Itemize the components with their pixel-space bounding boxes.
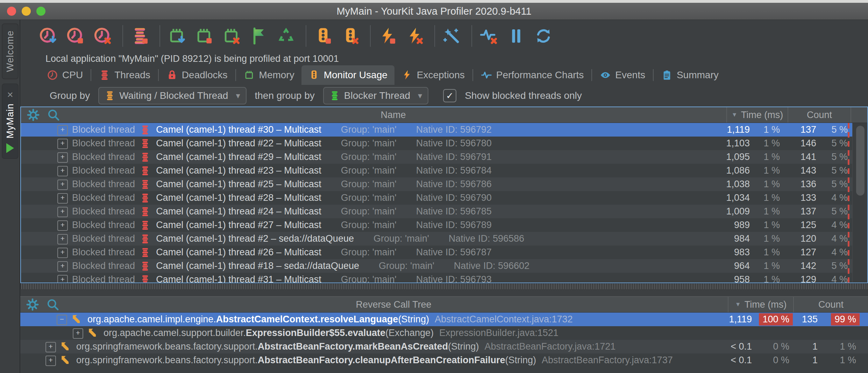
group-by-dropdown[interactable]: Waiting / Blocked Thread ▾ [98,87,246,104]
time-header-label: Time (ms) [741,110,783,120]
blocked-thread-icon [140,152,150,163]
scrollbar-thumb[interactable] [856,126,865,196]
table-row[interactable]: + Blocked thread Camel (camel-1) thread … [21,137,867,150]
count-column-header[interactable]: Count [788,107,851,123]
call-tree-row[interactable]: + org.springframework.beans.factory.supp… [20,340,868,353]
count-value: 141 [781,150,816,164]
table-row[interactable]: + Blocked thread Camel (camel-1) thread … [21,191,867,205]
pause-button[interactable] [506,26,526,46]
expand-icon[interactable]: − [57,315,67,325]
monitor-clear-button[interactable] [341,26,360,46]
flag-button[interactable] [249,26,269,46]
exceptions-clear-button[interactable] [405,26,425,46]
tab-performance-charts[interactable]: Performance Charts [474,65,591,85]
tab-threads[interactable]: Threads [92,65,157,85]
table-row[interactable]: + Blocked thread Camel (camel-1) thread … [21,123,867,137]
call-tree-row[interactable]: − org.apache.camel.impl.engine.AbstractC… [20,313,868,326]
name-column-header[interactable]: Name [60,107,726,123]
expand-icon[interactable]: + [57,152,68,163]
clock-clear-icon [93,27,112,45]
expand-icon[interactable]: + [57,139,68,149]
tab-exceptions[interactable]: Exceptions [394,65,472,85]
cpu-clear-button[interactable] [93,26,113,46]
exceptions-stop-button[interactable] [378,26,397,46]
call-tree-row[interactable]: + org.springframework.beans.factory.supp… [20,353,868,367]
row-kind-label: Blocked thread [72,192,135,203]
tab-label: Threads [114,70,150,81]
blocked-thread-icon [140,138,150,149]
table-row[interactable]: + Blocked thread Camel (camel-1) thread … [21,218,867,232]
time-column-header[interactable]: ▼ Time (ms) [728,297,793,312]
vertical-scrollbar[interactable] [852,123,867,283]
cpu-stop-button[interactable] [66,26,85,46]
table-row[interactable]: + Blocked thread Camel (camel-1) thread … [21,150,867,164]
thread-group: Group: 'main' [341,206,397,217]
source-location: ExpressionBuilder.java:1521 [439,328,558,338]
thread-group: Group: 'main' [341,274,397,283]
table-row[interactable]: + Blocked thread Camel (camel-1) thread … [21,273,867,283]
refresh-button[interactable] [534,26,553,46]
expand-icon[interactable]: + [57,275,68,283]
horizontal-scrollbar[interactable] [20,283,868,289]
gear-icon[interactable] [27,108,40,122]
expand-icon[interactable]: + [45,342,56,352]
inspections-button[interactable] [442,26,462,46]
tab-cpu[interactable]: CPU [40,65,90,85]
search-icon[interactable] [47,108,60,122]
table-row[interactable]: + Blocked thread Camel (camel-1) thread … [21,259,867,273]
memory-stop-icon [195,27,214,45]
count-percent: 5 % [818,137,848,150]
tab-memory[interactable]: Memory [237,65,301,85]
class-method-name: ExpressionBuilder$55.evaluate [246,328,385,338]
expand-icon[interactable]: + [57,261,68,272]
call-tree-row[interactable]: + org.apache.camel.support.builder.Expre… [20,326,868,340]
expand-icon[interactable]: + [57,234,68,244]
then-group-by-dropdown[interactable]: Blocker Thread ▾ [323,87,428,104]
memory-stop-button[interactable] [194,26,214,46]
tab-deadlocks[interactable]: Deadlocks [159,65,235,85]
time-value: 983 [690,246,750,259]
count-value: 137 [781,205,816,218]
force-gc-button[interactable] [276,26,296,46]
memory-capture-button[interactable] [167,26,187,46]
expand-icon[interactable]: + [73,328,83,339]
count-column-header[interactable]: Count [793,297,868,312]
close-session-icon[interactable]: × [7,89,13,100]
tab-summary[interactable]: Summary [654,65,726,85]
expand-icon[interactable]: + [45,356,56,366]
search-icon[interactable] [46,298,59,311]
source-location: AbstractCamelContext.java:1732 [435,314,573,325]
count-value: 146 [781,137,816,150]
thread-group: Group: 'main' [341,138,397,149]
gear-icon[interactable] [26,298,39,311]
cpu-capture-snapshot-button[interactable] [38,26,58,46]
count-percent: 4 % [818,246,848,259]
sidebar-tab-mymain[interactable]: × MyMain [2,83,19,159]
table-row[interactable]: + Blocked thread Camel (camel-1) thread … [21,164,867,177]
memory-clear-button[interactable] [222,26,241,46]
table-row[interactable]: + Blocked thread Camel (camel-1) thread … [21,232,867,246]
table-row[interactable]: + Blocked thread Camel (camel-1) thread … [21,246,867,259]
thread-name: Camel (camel-1) thread #31 – Multicast [156,274,321,283]
table-row[interactable]: + Blocked thread Camel (camel-1) thread … [21,205,867,218]
sidebar-tab-welcome[interactable]: Welcome [2,23,19,79]
time-column-header[interactable]: ▼ Time (ms) [726,107,788,123]
callback-arrow-icon [87,327,99,339]
expand-icon[interactable]: + [57,220,68,231]
table-row[interactable]: + Blocked thread Camel (camel-1) thread … [21,177,867,191]
expand-icon[interactable]: + [57,248,68,258]
expand-icon[interactable]: + [57,193,68,204]
show-blocked-checkbox[interactable]: ✓ [443,89,456,102]
expand-icon[interactable]: + [57,125,68,136]
tab-monitor-usage[interactable]: Monitor Usage [301,65,394,85]
tab-events[interactable]: Events [593,65,652,85]
monitor-stop-button[interactable] [313,26,333,46]
time-percent: 0 % [751,353,793,367]
then-group-by-value: Blocker Thread [344,90,410,101]
threads-capture-button[interactable] [130,26,150,46]
expand-icon[interactable]: + [57,180,68,190]
call-tree-list: − org.apache.camel.impl.engine.AbstractC… [20,313,868,367]
expand-icon[interactable]: + [57,166,68,176]
telemetry-clear-button[interactable] [479,26,499,46]
expand-icon[interactable]: + [57,207,68,217]
